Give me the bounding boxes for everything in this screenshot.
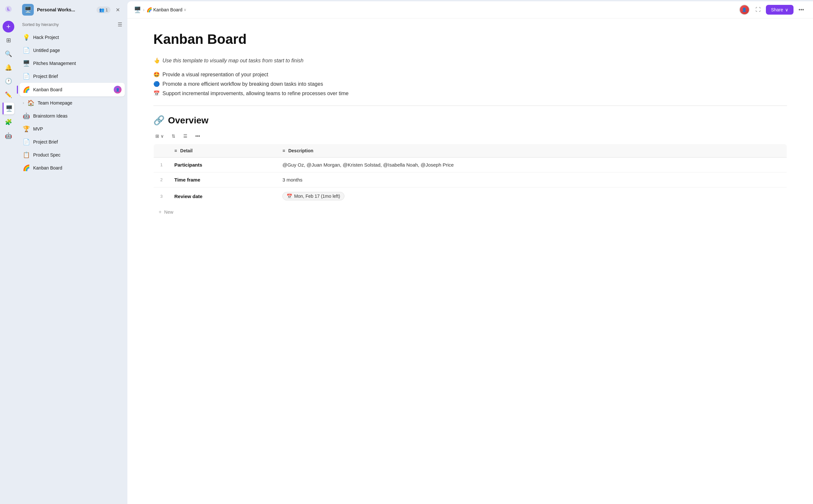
brainstorm-icon: 🤖 xyxy=(23,112,30,120)
list-item: 🔵 Promote a more efficient workflow by b… xyxy=(153,81,787,87)
sidebar-item-label: Kanban Board xyxy=(33,87,110,92)
row-num-3: 3 xyxy=(154,187,169,205)
sidebar-item-label: Project Brief xyxy=(33,139,121,145)
sidebar-item-label: Product Spec xyxy=(33,152,121,157)
notifications-icon-btn[interactable]: 🔔 xyxy=(3,62,14,73)
sidebar-list: 💡 Hack Project 📄 Untitled page 🖥️ Pitche… xyxy=(17,31,127,501)
view-selector-button[interactable]: ⊞ ∨ xyxy=(153,132,166,140)
sidebar-item-kanban2[interactable]: 🌈 Kanban Board xyxy=(19,161,125,174)
grid-icon: ⊞ xyxy=(155,133,159,139)
table-row: 2 Time frame 3 months xyxy=(154,172,787,187)
page-title: Kanban Board xyxy=(153,31,787,47)
breadcrumb-page-title[interactable]: 🌈 Kanban Board ∨ xyxy=(146,7,187,12)
bullet-emoji-1: 🤩 xyxy=(153,71,160,78)
table-row: 1 Participants @Guy Oz, @Juan Morgan, @K… xyxy=(154,157,787,172)
search-icon-btn[interactable]: 🔍 xyxy=(3,48,14,60)
plus-icon: + xyxy=(159,209,161,215)
table-header-description: ≡ Description xyxy=(277,144,787,157)
sidebar-item-hack[interactable]: 💡 Hack Project xyxy=(19,31,125,44)
share-button[interactable]: Share ∨ xyxy=(766,5,794,15)
workspaces-icon-btn[interactable]: 🖥️ xyxy=(3,103,14,114)
workspace-name: Personal Works... xyxy=(37,7,93,12)
row-description-2: 3 months xyxy=(277,172,787,187)
sidebar-item-label: Kanban Board xyxy=(33,165,121,170)
filter-icon: ☰ xyxy=(183,133,187,139)
sidebar-item-label: Untitled page xyxy=(33,48,121,53)
row-detail-3: Review date xyxy=(169,187,277,205)
sidebar-item-brief1[interactable]: 📄 Project Brief xyxy=(19,70,125,83)
sidebar-item-label: Project Brief xyxy=(33,74,121,79)
date-badge[interactable]: 📅 Mon, Feb 17 (1mo left) xyxy=(282,192,344,200)
workspace-icon: 🖥️ xyxy=(22,4,34,16)
table-header-detail: ≡ Detail xyxy=(169,144,277,157)
sidebar-item-brief2[interactable]: 📄 Project Brief xyxy=(19,135,125,148)
app-logo: L xyxy=(3,3,14,15)
more-table-options-button[interactable]: ••• xyxy=(193,132,202,140)
list-item: 📅 Support incremental improvements, allo… xyxy=(153,90,787,96)
sidebar-item-mvp[interactable]: 🏆 MVP xyxy=(19,122,125,135)
member-count: 1 xyxy=(106,7,108,12)
sidebar-sort-row: Sorted by hierarchy ☰ xyxy=(17,19,127,31)
brief1-icon: 📄 xyxy=(23,73,30,80)
components-icon-btn[interactable]: 🧩 xyxy=(3,116,14,128)
close-sidebar-button[interactable]: ✕ xyxy=(113,5,122,14)
table-toolbar: ⊞ ∨ ⇅ ☰ ••• xyxy=(153,132,787,140)
favorites-icon-btn[interactable]: ✏️ xyxy=(3,89,14,101)
mvp-icon: 🏆 xyxy=(23,125,30,132)
intro-emoji: 👆 xyxy=(153,57,160,64)
topbar-actions: ⛶ Share ∨ ••• xyxy=(753,5,807,15)
team-chevron-icon: › xyxy=(23,101,24,105)
breadcrumb-page-icon: 🌈 xyxy=(146,7,152,12)
bullet-emoji-2: 🔵 xyxy=(153,81,160,87)
add-new-row-button[interactable]: + New xyxy=(153,205,787,219)
table-row: 3 Review date 📅 Mon, Feb 17 (1mo left) xyxy=(154,187,787,205)
share-chevron-icon: ∨ xyxy=(785,7,788,12)
sidebar-item-label: Brainstorm Ideas xyxy=(33,113,121,119)
filter-button[interactable]: ☰ xyxy=(181,132,189,140)
sidebar: 🖥️ Personal Works... 👥 1 ✕ Sorted by hie… xyxy=(17,0,127,504)
sidebar-item-pitches[interactable]: 🖥️ Pitches Management xyxy=(19,57,125,70)
breadcrumb: 🖥️ › 🌈 Kanban Board ∨ xyxy=(134,6,736,13)
date-icon: 📅 xyxy=(286,194,292,199)
sidebar-item-kanban1[interactable]: 🌈 Kanban Board 👤 xyxy=(19,83,125,96)
sidebar-item-label: Hack Project xyxy=(33,35,121,40)
sidebar-header-actions: 👥 1 ✕ xyxy=(96,5,122,14)
recent-icon-btn[interactable]: 🕐 xyxy=(3,75,14,87)
bullet-text-3: Support incremental improvements, allowi… xyxy=(162,91,349,96)
untitled-icon: 📄 xyxy=(23,47,30,54)
sidebar-header: 🖥️ Personal Works... 👥 1 ✕ xyxy=(17,0,127,19)
kanban2-icon: 🌈 xyxy=(23,164,30,171)
pitches-icon: 🖥️ xyxy=(23,60,30,67)
sidebar-item-untitled[interactable]: 📄 Untitled page xyxy=(19,44,125,57)
main-content-area: 🖥️ › 🌈 Kanban Board ∨ 👤 ⛶ Share ∨ ••• Ka… xyxy=(127,1,813,504)
bullet-list: 🤩 Provide a visual representation of you… xyxy=(153,71,787,96)
new-row-label: New xyxy=(164,209,173,215)
list-item: 🤩 Provide a visual representation of you… xyxy=(153,71,787,78)
bullet-emoji-3: 📅 xyxy=(153,90,160,96)
sidebar-item-team[interactable]: › 🏠 Team Homepage xyxy=(19,96,125,109)
sort-button[interactable]: ⇅ xyxy=(170,132,177,140)
overview-emoji: 🔗 xyxy=(153,115,165,126)
more-options-button[interactable]: ••• xyxy=(796,5,807,15)
row-num-2: 2 xyxy=(154,172,169,187)
sidebar-item-spec[interactable]: 📋 Product Spec xyxy=(19,148,125,161)
sort-icon-button[interactable]: ☰ xyxy=(118,21,122,28)
member-badge[interactable]: 👥 1 xyxy=(96,6,110,13)
breadcrumb-separator: › xyxy=(143,7,145,12)
page-content: Kanban Board 👆 Use this template to visu… xyxy=(127,19,813,504)
sidebar-item-label: MVP xyxy=(33,126,121,132)
bullet-text-2: Promote a more efficient workflow by bre… xyxy=(162,81,323,87)
kanban1-icon: 🌈 xyxy=(23,86,30,93)
bullet-text-1: Provide a visual representation of your … xyxy=(162,72,268,78)
create-button[interactable]: + xyxy=(3,21,14,32)
ai-icon-btn[interactable]: 🤖 xyxy=(3,130,14,142)
home-icon-btn[interactable]: ⊞ xyxy=(3,34,14,46)
breadcrumb-chevron-icon: ∨ xyxy=(184,7,186,12)
row-detail-2: Time frame xyxy=(169,172,277,187)
sidebar-item-label: Team Homepage xyxy=(38,100,121,106)
team-icon: 🏠 xyxy=(27,99,34,107)
user-avatar: 👤 xyxy=(739,5,750,15)
focus-mode-button[interactable]: ⛶ xyxy=(753,5,763,15)
row-description-1: @Guy Oz, @Juan Morgan, @Kristen Solstad,… xyxy=(277,157,787,172)
sidebar-item-brainstorm[interactable]: 🤖 Brainstorm Ideas xyxy=(19,109,125,122)
